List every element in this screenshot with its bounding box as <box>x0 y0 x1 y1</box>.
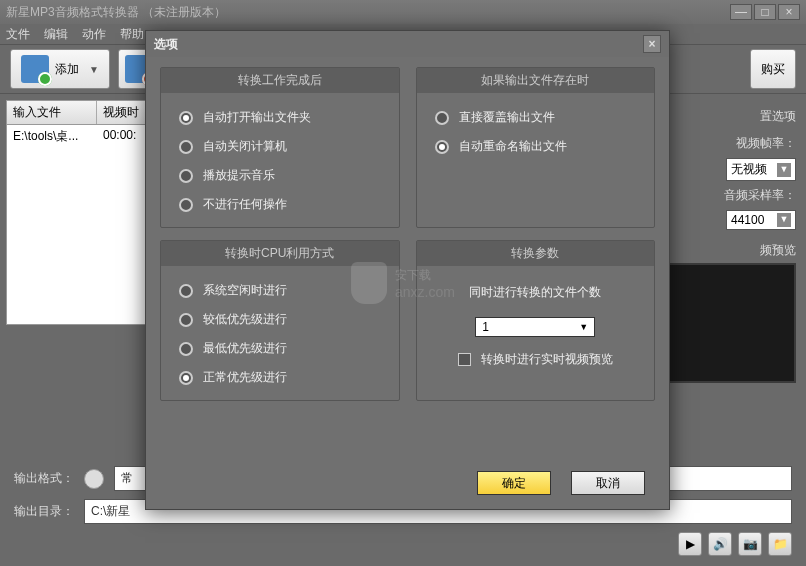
close-window-button[interactable]: × <box>778 4 800 20</box>
video-fps-value: 无视频 <box>731 161 767 178</box>
radio-icon <box>435 111 449 125</box>
menu-help[interactable]: 帮助 <box>120 26 144 43</box>
dialog-footer: 确定 取消 <box>477 471 645 495</box>
video-fps-label: 视频帧率： <box>736 135 796 152</box>
radio-icon <box>179 169 193 183</box>
options-dialog: 选项 × 转换工作完成后 自动打开输出文件夹 自动关闭计算机 播放提示音乐 不进… <box>145 30 670 510</box>
radio-play-sound[interactable]: 播放提示音乐 <box>161 161 399 190</box>
buy-button[interactable]: 购买 <box>750 49 796 89</box>
dialog-close-button[interactable]: × <box>643 35 661 53</box>
menu-action[interactable]: 动作 <box>82 26 106 43</box>
group3-title: 转换时CPU利用方式 <box>161 241 399 266</box>
buy-label: 购买 <box>761 61 785 78</box>
add-button[interactable]: 添加 ▼ <box>10 49 110 89</box>
radio-open-folder[interactable]: 自动打开输出文件夹 <box>161 103 399 132</box>
ok-button[interactable]: 确定 <box>477 471 551 495</box>
titlebar: 新星MP3音频格式转换器 （未注册版本） — □ × <box>0 0 806 24</box>
concurrent-select[interactable]: 1 ▼ <box>475 317 595 337</box>
radio-idle[interactable]: 系统空闲时进行 <box>161 276 399 305</box>
table-body: E:\tools\桌... 00:00: <box>6 125 166 325</box>
group-if-exists: 如果输出文件存在时 直接覆盖输出文件 自动重命名输出文件 <box>416 67 656 228</box>
check-realtime-preview[interactable]: 转换时进行实时视频预览 <box>417 345 655 374</box>
audio-rate-select[interactable]: 44100 ▼ <box>726 210 796 230</box>
radio-icon <box>179 111 193 125</box>
output-dir-label: 输出目录： <box>14 503 74 520</box>
folder-button[interactable]: 📁 <box>768 532 792 556</box>
radio-do-nothing[interactable]: 不进行任何操作 <box>161 190 399 219</box>
radio-icon <box>179 313 193 327</box>
cell-input: E:\tools\桌... <box>7 125 97 148</box>
format-icon <box>84 469 104 489</box>
maximize-button[interactable]: □ <box>754 4 776 20</box>
window-title: 新星MP3音频格式转换器 （未注册版本） <box>6 4 728 21</box>
radio-overwrite[interactable]: 直接覆盖输出文件 <box>417 103 655 132</box>
dialog-title: 选项 <box>154 36 178 53</box>
group4-title: 转换参数 <box>417 241 655 266</box>
cancel-button[interactable]: 取消 <box>571 471 645 495</box>
add-icon <box>21 55 49 83</box>
radio-icon <box>179 371 193 385</box>
table-row[interactable]: E:\tools\桌... 00:00: <box>7 125 165 148</box>
play-button[interactable]: ▶ <box>678 532 702 556</box>
chevron-down-icon: ▼ <box>777 163 791 177</box>
radio-lowest-priority[interactable]: 最低优先级进行 <box>161 334 399 363</box>
sound-button[interactable]: 🔊 <box>708 532 732 556</box>
radio-icon <box>179 198 193 212</box>
radio-normal-priority[interactable]: 正常优先级进行 <box>161 363 399 392</box>
radio-rename[interactable]: 自动重命名输出文件 <box>417 132 655 161</box>
group-cpu-usage: 转换时CPU利用方式 系统空闲时进行 较低优先级进行 最低优先级进行 正常优先级… <box>160 240 400 401</box>
col-input-file[interactable]: 输入文件 <box>7 101 97 124</box>
chevron-down-icon: ▼ <box>579 322 588 332</box>
audio-rate-value: 44100 <box>731 213 764 227</box>
radio-icon <box>179 342 193 356</box>
concurrent-label: 同时进行转换的文件个数 <box>417 276 655 309</box>
radio-icon <box>179 284 193 298</box>
file-list-panel: 输入文件 视频时 E:\tools\桌... 00:00: <box>6 100 166 470</box>
table-header: 输入文件 视频时 <box>6 100 166 125</box>
checkbox-icon <box>458 353 471 366</box>
radio-icon <box>179 140 193 154</box>
minimize-button[interactable]: — <box>730 4 752 20</box>
add-label: 添加 <box>55 61 79 78</box>
menu-edit[interactable]: 编辑 <box>44 26 68 43</box>
video-fps-select[interactable]: 无视频 ▼ <box>726 158 796 181</box>
dialog-titlebar: 选项 × <box>146 31 669 57</box>
group1-title: 转换工作完成后 <box>161 68 399 93</box>
menu-file[interactable]: 文件 <box>6 26 30 43</box>
output-format-label: 输出格式： <box>14 470 74 487</box>
chevron-down-icon: ▼ <box>777 213 791 227</box>
radio-icon <box>435 140 449 154</box>
audio-rate-label: 音频采样率： <box>724 187 796 204</box>
radio-low-priority[interactable]: 较低优先级进行 <box>161 305 399 334</box>
bottom-icon-row: ▶ 🔊 📷 📁 <box>14 532 792 556</box>
snapshot-button[interactable]: 📷 <box>738 532 762 556</box>
group-convert-params: 转换参数 同时进行转换的文件个数 1 ▼ 转换时进行实时视频预览 <box>416 240 656 401</box>
concurrent-value: 1 <box>482 320 489 334</box>
chevron-down-icon: ▼ <box>89 64 99 75</box>
group2-title: 如果输出文件存在时 <box>417 68 655 93</box>
group-after-convert: 转换工作完成后 自动打开输出文件夹 自动关闭计算机 播放提示音乐 不进行任何操作 <box>160 67 400 228</box>
radio-shutdown[interactable]: 自动关闭计算机 <box>161 132 399 161</box>
